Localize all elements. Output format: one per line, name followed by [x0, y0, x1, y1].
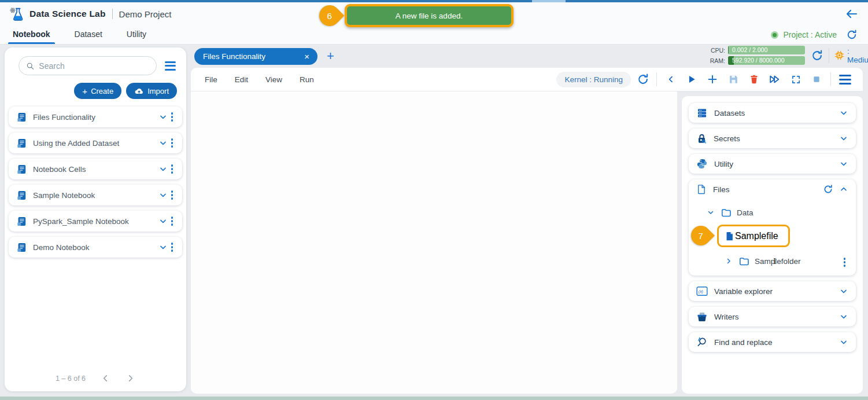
- kebab-menu-icon[interactable]: [168, 188, 177, 202]
- chevron-down-icon[interactable]: [839, 337, 848, 347]
- instance-size-label: : Medium: [847, 47, 868, 64]
- cpu-usage: 0.002 / 2.000: [728, 46, 805, 54]
- resource-meters: CPU: 0.002 / 2.000 RAM: 592.920 / 8000.0…: [707, 46, 868, 65]
- primary-nav: Notebook Dataset Utility Project : Activ…: [0, 25, 868, 45]
- close-icon[interactable]: ×: [303, 52, 311, 61]
- editor-tab-files-functionality[interactable]: Files Functionality ×: [194, 48, 317, 65]
- chevron-right-icon[interactable]: [125, 373, 135, 383]
- search-input[interactable]: [39, 61, 149, 71]
- notebook-canvas[interactable]: [191, 91, 677, 394]
- menu-file[interactable]: File: [205, 75, 217, 84]
- chevron-right-icon[interactable]: [725, 257, 733, 265]
- sidebar-menu-icon[interactable]: [165, 61, 176, 71]
- files-icon: [696, 184, 707, 195]
- notebook-icon: [16, 164, 27, 175]
- panel-utility[interactable]: Utility: [689, 154, 856, 174]
- notebook-list: Files Functionality Using the Added Data…: [5, 99, 186, 258]
- tree-file-samplefile[interactable]: Samplefile: [717, 225, 790, 247]
- panel-find-replace[interactable]: Find and replace: [689, 332, 856, 352]
- add-cell-icon[interactable]: [706, 72, 719, 86]
- chevron-down-icon[interactable]: [839, 287, 848, 296]
- add-tab-icon[interactable]: +: [327, 50, 334, 62]
- instance-size[interactable]: : Medium: [834, 47, 868, 64]
- chevron-up-icon[interactable]: [839, 185, 848, 194]
- tools-panel: Datasets Secrets Utility Files: [682, 96, 863, 394]
- tree-folder-samplefolder[interactable]: Samplefolder: [689, 252, 856, 270]
- plus-icon: +: [82, 86, 87, 96]
- files-refresh-icon[interactable]: [823, 184, 833, 195]
- editor-tabs: Files Functionality × +: [194, 47, 334, 65]
- page-info: 1 – 6 of 6: [56, 375, 86, 383]
- back-arrow-icon[interactable]: [845, 7, 859, 21]
- import-button[interactable]: Import: [126, 83, 177, 99]
- fullscreen-icon[interactable]: [789, 72, 803, 86]
- kebab-menu-icon[interactable]: [168, 136, 177, 150]
- tab-dataset[interactable]: Dataset: [72, 25, 105, 44]
- step-badge-7: 7: [691, 226, 711, 245]
- panel-files-header[interactable]: Files: [689, 179, 856, 199]
- tab-notebook[interactable]: Notebook: [10, 25, 53, 44]
- kernel-refresh-icon[interactable]: [637, 73, 649, 86]
- kebab-menu-icon[interactable]: [168, 214, 177, 228]
- chevron-down-icon[interactable]: [707, 208, 715, 216]
- ram-meter: 592.920 / 8000.000: [728, 56, 805, 65]
- save-icon[interactable]: [726, 72, 740, 86]
- delete-cell-icon[interactable]: [747, 72, 761, 86]
- toast-notification: A new file is added.: [345, 4, 514, 27]
- panel-secrets[interactable]: Secrets: [689, 129, 856, 148]
- svg-text:(x): (x): [699, 289, 703, 294]
- file-icon: [725, 231, 735, 241]
- app-logo-icon: [9, 6, 25, 22]
- menu-edit[interactable]: Edit: [235, 75, 248, 84]
- notebook-item[interactable]: Files Functionality: [9, 107, 182, 127]
- project-refresh-icon[interactable]: [846, 29, 858, 41]
- project-status-dot: [771, 31, 778, 39]
- menu-run[interactable]: Run: [300, 75, 314, 84]
- toolbar-menu-icon[interactable]: [839, 75, 851, 85]
- chevron-down-icon[interactable]: [158, 190, 168, 200]
- chevron-down-icon[interactable]: [839, 312, 848, 321]
- variable-explorer-icon: (x): [696, 286, 708, 296]
- notebook-item[interactable]: PySpark_Sample Notebook: [9, 211, 182, 232]
- notebook-icon: [16, 242, 27, 253]
- run-all-icon[interactable]: [768, 72, 782, 86]
- search-icon: [26, 61, 34, 71]
- cloud-upload-icon: [134, 86, 144, 96]
- chevron-down-icon[interactable]: [839, 159, 848, 168]
- panel-variable-explorer[interactable]: (x) Variable explorer: [689, 281, 856, 301]
- datasets-icon: [696, 107, 708, 119]
- notebook-icon: [16, 190, 27, 201]
- collapse-left-icon[interactable]: [664, 72, 678, 86]
- notebook-item[interactable]: Demo Notebook: [9, 237, 182, 258]
- create-button[interactable]: + Create: [74, 83, 121, 99]
- app-title: Data Science Lab: [29, 9, 106, 19]
- notebook-item[interactable]: Using the Added Dataset: [9, 133, 182, 153]
- kebab-menu-icon[interactable]: [168, 110, 177, 124]
- chevron-down-icon[interactable]: [158, 138, 168, 148]
- notebook-item[interactable]: Notebook Cells: [9, 159, 182, 179]
- chevron-down-icon[interactable]: [158, 243, 168, 252]
- writers-icon: [696, 311, 708, 322]
- tree-folder-data[interactable]: Data: [689, 204, 856, 221]
- chevron-down-icon[interactable]: [158, 216, 168, 226]
- secrets-lock-icon: [696, 133, 707, 144]
- chevron-down-icon[interactable]: [158, 112, 168, 122]
- chevron-down-icon[interactable]: [839, 108, 848, 118]
- panel-writers[interactable]: Writers: [689, 307, 856, 326]
- notebook-item[interactable]: Sample Notebook: [9, 185, 182, 205]
- run-cell-icon[interactable]: [685, 72, 699, 86]
- kebab-menu-icon[interactable]: [840, 255, 849, 269]
- chevron-left-icon[interactable]: [101, 373, 110, 383]
- tree-file-highlight-row: 7 Samplefile: [689, 223, 856, 249]
- kebab-menu-icon[interactable]: [168, 162, 177, 176]
- menu-view[interactable]: View: [265, 75, 282, 84]
- panel-datasets[interactable]: Datasets: [689, 103, 856, 123]
- stop-icon[interactable]: [810, 72, 823, 86]
- tab-utility[interactable]: Utility: [124, 25, 149, 44]
- kebab-menu-icon[interactable]: [168, 240, 177, 254]
- cpu-meter: 0.002 / 2.000: [728, 46, 805, 54]
- chevron-down-icon[interactable]: [839, 134, 848, 143]
- search-box[interactable]: [19, 56, 157, 75]
- chevron-down-icon[interactable]: [158, 164, 168, 174]
- resources-refresh-icon[interactable]: [811, 49, 823, 62]
